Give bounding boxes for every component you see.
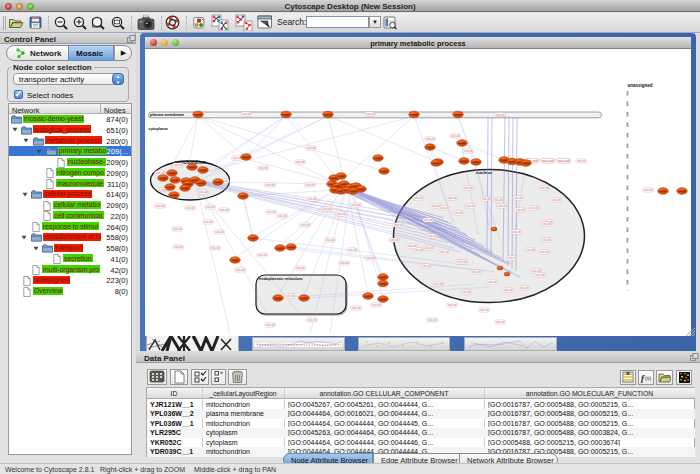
svg-text:cytoplasm: cytoplasm xyxy=(149,126,169,131)
svg-text:xxx-xd: xxx-xd xyxy=(542,238,551,242)
svg-text:xxx-xd: xxx-xd xyxy=(496,113,505,117)
svg-text:xxxx-xxd: xxxx-xxd xyxy=(542,159,554,163)
svg-text:xxx-xd: xxx-xd xyxy=(482,197,491,201)
svg-text:xxx-xd: xxx-xd xyxy=(464,149,473,153)
svg-text:xxx-xd: xxx-xd xyxy=(516,208,525,212)
svg-text:xxx-xd: xxx-xd xyxy=(296,266,305,270)
svg-text:xxx-xd: xxx-xd xyxy=(577,159,586,163)
svg-text:xxx-xd: xxx-xd xyxy=(414,196,423,200)
svg-text:xxx-xd: xxx-xd xyxy=(242,112,251,116)
svg-text:xxx-xd: xxx-xd xyxy=(552,198,561,202)
svg-text:plasma membrane: plasma membrane xyxy=(150,112,185,117)
svg-text:xxx-xd: xxx-xd xyxy=(220,208,229,212)
svg-text:xxx-xd: xxx-xd xyxy=(526,248,535,252)
svg-text:xxx-xd: xxx-xd xyxy=(199,190,208,194)
svg-text:xxx-xd: xxx-xd xyxy=(448,303,457,307)
svg-text:xxx-xd: xxx-xd xyxy=(514,196,523,200)
svg-text:xxx-xd: xxx-xd xyxy=(308,318,317,322)
svg-text:xxx-xd: xxx-xd xyxy=(337,212,346,216)
svg-text:xxx-xd: xxx-xd xyxy=(267,210,276,214)
svg-text:xxx-xd: xxx-xd xyxy=(536,273,545,277)
svg-text:xxx-xd: xxx-xd xyxy=(462,290,471,294)
svg-text:xxx-xd: xxx-xd xyxy=(156,204,165,208)
svg-text:xxx-xd: xxx-xd xyxy=(286,294,295,298)
svg-text:xxx-xd: xxx-xd xyxy=(340,261,349,265)
svg-text:xxx-xd: xxx-xd xyxy=(414,248,423,252)
svg-text:xxx-xd: xxx-xd xyxy=(542,222,551,226)
svg-text:xxx-xd: xxx-xd xyxy=(424,218,433,222)
svg-text:xxx-xd: xxx-xd xyxy=(366,112,375,116)
svg-text:unassigned: unassigned xyxy=(628,83,653,88)
svg-text:(x): (x) xyxy=(645,375,651,381)
svg-text:xxx-xd: xxx-xd xyxy=(278,214,287,218)
svg-text:xxx-xd: xxx-xd xyxy=(458,260,467,264)
svg-text:xxx-xd: xxx-xd xyxy=(498,204,507,208)
svg-text:endoplasmic reticulum: endoplasmic reticulum xyxy=(259,276,303,281)
svg-text:xxx-xd: xxx-xd xyxy=(504,288,513,292)
svg-text:xxx-xd: xxx-xd xyxy=(480,308,489,312)
svg-text:xxx-xd: xxx-xd xyxy=(540,250,549,254)
svg-text:xxx-xd: xxx-xd xyxy=(425,246,434,250)
svg-text:xxx-xd: xxx-xd xyxy=(348,248,357,252)
svg-text:xxx-xd: xxx-xd xyxy=(215,230,224,234)
svg-text:xxx-xd: xxx-xd xyxy=(301,223,310,227)
svg-text:xxx-xd: xxx-xd xyxy=(644,188,653,192)
svg-text:xxx-xd: xxx-xd xyxy=(440,250,449,254)
svg-text:xxx-xd: xxx-xd xyxy=(307,146,316,150)
svg-text:xxx-xd: xxx-xd xyxy=(372,303,381,307)
svg-text:xxx-xd: xxx-xd xyxy=(464,186,473,190)
svg-text:xxx-xd: xxx-xd xyxy=(326,238,335,242)
svg-text:xxx-xd: xxx-xd xyxy=(472,270,481,274)
svg-text:xxx-xd: xxx-xd xyxy=(266,183,275,187)
svg-text:xxx-xd: xxx-xd xyxy=(296,160,305,164)
svg-text:xxx-xd: xxx-xd xyxy=(451,134,460,138)
svg-text:xxx-xd: xxx-xd xyxy=(352,306,361,310)
svg-text:xxx-xd: xxx-xd xyxy=(258,253,267,257)
svg-text:xxx-xd: xxx-xd xyxy=(520,286,529,290)
svg-text:xxx-xd: xxx-xd xyxy=(186,206,195,210)
svg-text:xxx-xd: xxx-xd xyxy=(366,256,375,260)
svg-text:xxx-xd: xxx-xd xyxy=(422,264,431,268)
svg-text:xxx-xd: xxx-xd xyxy=(496,320,505,324)
svg-text:xxx-xd: xxx-xd xyxy=(233,156,242,160)
svg-text:xxx-xd: xxx-xd xyxy=(259,166,268,170)
svg-text:xxx-xd: xxx-xd xyxy=(174,163,183,167)
svg-text:xxx-xd: xxx-xd xyxy=(440,206,449,210)
svg-text:xxx-xd: xxx-xd xyxy=(173,227,182,231)
svg-text:xxx-xd: xxx-xd xyxy=(408,244,417,248)
svg-text:xxx-xd: xxx-xd xyxy=(204,220,213,224)
svg-text:xxx-xd: xxx-xd xyxy=(394,223,403,227)
svg-text:xxx-xd: xxx-xd xyxy=(428,318,437,322)
svg-text:xxx-xd: xxx-xd xyxy=(266,323,275,327)
svg-text:xxx-xd: xxx-xd xyxy=(390,238,399,242)
svg-text:xxx-xd: xxx-xd xyxy=(434,282,443,286)
svg-text:xxx-xd: xxx-xd xyxy=(454,211,463,215)
svg-text:xxx-xd: xxx-xd xyxy=(236,268,245,272)
svg-text:xxx-xd: xxx-xd xyxy=(352,203,361,207)
svg-text:xxx-xd: xxx-xd xyxy=(308,197,317,201)
svg-text:xxx-xd: xxx-xd xyxy=(428,234,437,238)
svg-text:xxx-xd: xxx-xd xyxy=(174,245,183,249)
svg-text:xxx-xd: xxx-xd xyxy=(211,246,220,250)
svg-text:xxx-xd: xxx-xd xyxy=(426,137,435,141)
svg-text:xxx-xd: xxx-xd xyxy=(530,206,539,210)
svg-text:xxx-xd: xxx-xd xyxy=(512,230,521,234)
svg-text:xxx-xd: xxx-xd xyxy=(494,198,503,202)
svg-text:xxx-xd: xxx-xd xyxy=(306,183,315,187)
svg-text:xxx-xd: xxx-xd xyxy=(448,196,457,200)
svg-text:xxx-xd: xxx-xd xyxy=(540,186,549,190)
svg-text:xxx-xd: xxx-xd xyxy=(488,280,497,284)
svg-text:xxx-xd: xxx-xd xyxy=(323,207,332,211)
svg-text:xxxx-xxd: xxxx-xxd xyxy=(558,159,570,163)
svg-text:xxx-xd: xxx-xd xyxy=(508,256,517,260)
svg-text:xxx-xd: xxx-xd xyxy=(206,205,215,209)
svg-text:xxx-xd: xxx-xd xyxy=(466,204,475,208)
